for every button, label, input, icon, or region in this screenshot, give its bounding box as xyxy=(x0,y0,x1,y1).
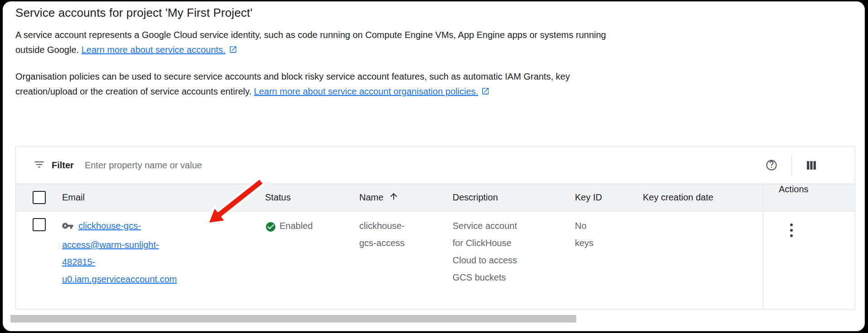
status-cell: Enabled xyxy=(261,211,357,309)
column-header-key-id: Key ID xyxy=(574,192,642,203)
column-header-email: Email xyxy=(62,192,261,203)
table-header-row: Email Status Name Description Key ID Key… xyxy=(16,184,855,211)
service-account-email-link[interactable]: clickhouse-gcs- access@warm-sunlight- 48… xyxy=(62,217,261,288)
learn-more-organisation-policies-link[interactable]: Learn more about service account organis… xyxy=(254,86,478,96)
intro1-line2: outside Google. xyxy=(15,45,79,55)
column-header-key-creation-date: Key creation date xyxy=(642,192,763,203)
toolbar-divider xyxy=(791,155,792,175)
filter-toolbar: Filter xyxy=(16,147,855,184)
name-cell: clickhouse- gcs-access xyxy=(357,211,452,309)
service-account-key-icon xyxy=(62,219,74,236)
service-accounts-table: Filter Email Status Name xyxy=(15,146,855,309)
filter-label: Filter xyxy=(52,160,74,171)
open-in-new-icon xyxy=(481,85,490,100)
column-header-status: Status xyxy=(261,192,357,203)
console-content-card: Service accounts for project 'My First P… xyxy=(3,1,865,331)
select-all-checkbox[interactable] xyxy=(33,191,46,204)
filter-input[interactable] xyxy=(85,160,765,171)
intro2-line1: Organisation policies can be used to sec… xyxy=(15,71,570,81)
screenshot-stage: Service accounts for project 'My First P… xyxy=(0,0,868,333)
description-cell: Service account for ClickHouse Cloud to … xyxy=(452,211,574,309)
service-account-intro-paragraph: A service account represents a Google Cl… xyxy=(15,28,606,58)
column-header-description: Description xyxy=(452,192,574,203)
open-in-new-icon xyxy=(229,43,237,58)
organisation-policies-paragraph: Organisation policies can be used to sec… xyxy=(15,69,570,100)
page-title: Service accounts for project 'My First P… xyxy=(15,6,252,20)
row-checkbox-cell xyxy=(16,211,62,309)
column-header-name[interactable]: Name xyxy=(357,191,452,204)
header-checkbox-cell xyxy=(16,191,62,204)
column-display-options-icon[interactable] xyxy=(805,160,817,171)
row-actions-menu-button[interactable] xyxy=(784,219,799,242)
status-text: Enabled xyxy=(280,217,313,234)
sort-ascending-icon xyxy=(389,191,399,204)
horizontal-scrollbar-thumb[interactable] xyxy=(10,315,576,323)
actions-cell xyxy=(763,211,855,309)
email-cell: clickhouse-gcs- access@warm-sunlight- 48… xyxy=(62,211,261,309)
learn-more-service-accounts-link[interactable]: Learn more about service accounts. xyxy=(82,45,226,55)
help-icon[interactable] xyxy=(765,159,778,171)
column-header-actions: Actions xyxy=(763,184,855,211)
row-checkbox[interactable] xyxy=(33,218,46,231)
key-creation-date-cell xyxy=(642,211,763,309)
status-enabled-check-icon xyxy=(265,221,276,238)
key-id-cell: No keys xyxy=(574,211,642,309)
intro2-line2: creation/upload or the creation of servi… xyxy=(15,86,251,96)
intro1-line1: A service account represents a Google Cl… xyxy=(15,30,606,40)
table-row: clickhouse-gcs- access@warm-sunlight- 48… xyxy=(16,211,855,309)
filter-list-icon xyxy=(33,158,45,172)
